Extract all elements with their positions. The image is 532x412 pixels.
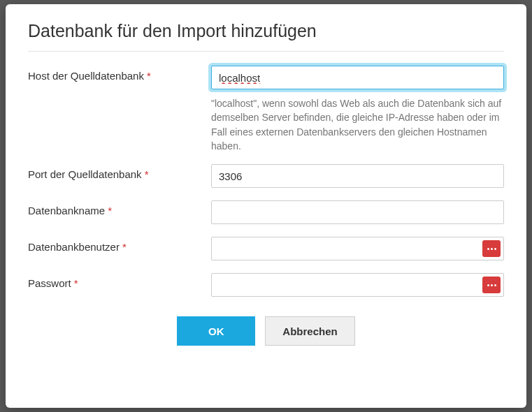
dbuser-input[interactable]: [211, 237, 504, 260]
required-marker: *: [147, 70, 151, 82]
host-hint: "localhost", wenn sowohl das Web als auc…: [211, 96, 504, 153]
label-password: Passwort *: [28, 273, 211, 289]
cancel-button[interactable]: Abbrechen: [265, 316, 354, 346]
input-col-host: [211, 66, 504, 89]
label-port-text: Port der Quelldatenbank: [28, 168, 142, 180]
required-marker: *: [122, 241, 127, 253]
row-port: Port der Quelldatenbank *: [28, 164, 504, 188]
label-dbname: Datenbankname *: [28, 200, 211, 216]
row-dbuser: Datenbankbenutzer *: [28, 237, 504, 260]
label-host-text: Host der Quelldatenbank: [28, 70, 144, 82]
row-dbname: Datenbankname *: [28, 200, 504, 224]
password-input[interactable]: [211, 273, 504, 297]
label-dbname-text: Datenbankname: [28, 205, 105, 216]
required-marker: *: [108, 205, 112, 216]
credentials-icon[interactable]: [482, 277, 501, 293]
input-col-port: [211, 164, 504, 188]
credentials-icon[interactable]: [482, 240, 501, 257]
label-host: Host der Quelldatenbank *: [28, 66, 211, 82]
input-col-password: [211, 273, 504, 297]
label-password-text: Passwort: [28, 277, 71, 289]
label-dbuser: Datenbankbenutzer *: [28, 237, 211, 253]
port-input[interactable]: [211, 164, 504, 188]
divider: [28, 51, 504, 52]
ok-button[interactable]: OK: [177, 316, 255, 346]
row-password: Passwort *: [28, 273, 504, 297]
button-row: OK Abbrechen: [28, 316, 504, 346]
row-host: Host der Quelldatenbank *: [28, 66, 504, 89]
label-port: Port der Quelldatenbank *: [28, 164, 211, 180]
add-database-modal: Datenbank für den Import hinzufügen Host…: [6, 4, 526, 408]
dbname-input[interactable]: [211, 200, 504, 224]
modal-title: Datenbank für den Import hinzufügen: [28, 21, 504, 41]
required-marker: *: [145, 168, 149, 180]
host-input[interactable]: [211, 66, 504, 89]
input-col-dbname: [211, 200, 504, 224]
input-col-dbuser: [211, 237, 504, 260]
label-dbuser-text: Datenbankbenutzer: [28, 241, 120, 253]
required-marker: *: [74, 277, 78, 289]
